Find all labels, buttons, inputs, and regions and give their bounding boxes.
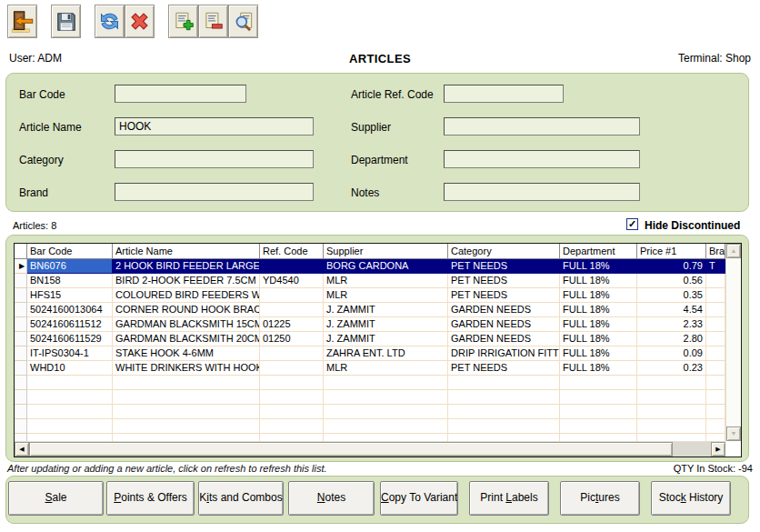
action-button-kits-and-combos[interactable]: Kits and Combos (198, 481, 284, 516)
table-cell[interactable]: FULL 18% (560, 317, 637, 332)
table-cell[interactable]: MLR (324, 361, 448, 376)
table-cell[interactable]: GARDEN NEEDS (448, 332, 560, 346)
table-cell[interactable] (260, 259, 324, 274)
refresh-button[interactable] (95, 5, 125, 38)
table-cell[interactable] (706, 332, 725, 346)
table-cell[interactable]: 01225 (260, 317, 324, 332)
supplier-input[interactable] (444, 117, 640, 136)
table-row[interactable]: IT-IPS0304-1STAKE HOOK 4-6MMZAHRA ENT. L… (15, 346, 725, 361)
table-row[interactable]: 5024160611529GARDMAN BLACKSMITH 20CM H01… (15, 332, 725, 346)
column-header[interactable]: Department (560, 244, 637, 259)
table-cell[interactable]: MLR (324, 288, 448, 303)
table-cell[interactable]: 5024160013064 (27, 303, 113, 317)
table-cell[interactable]: YD4540 (260, 274, 324, 288)
table-cell[interactable]: 0.56 (637, 274, 706, 288)
save-button[interactable] (51, 5, 81, 38)
horizontal-scrollbar[interactable]: ◀ ▶ (15, 441, 725, 457)
table-cell[interactable]: 0.23 (637, 361, 706, 376)
table-cell[interactable]: T (706, 259, 725, 274)
article-name-input[interactable] (115, 117, 314, 136)
column-header[interactable]: Brand (706, 244, 725, 259)
table-cell[interactable]: STAKE HOOK 4-6MM (113, 346, 260, 361)
search-articles-button[interactable] (228, 5, 258, 38)
table-cell[interactable]: 0.09 (637, 346, 706, 361)
column-header[interactable]: Bar Code (27, 244, 113, 259)
row-selector-cell[interactable] (15, 317, 27, 332)
table-cell[interactable]: BORG CARDONA (324, 259, 448, 274)
vertical-scrollbar[interactable]: ▲ ▼ (725, 244, 741, 441)
column-header[interactable]: Category (448, 244, 560, 259)
table-cell[interactable]: WHITE DRINKERS WITH HOOK (113, 361, 260, 376)
brand-input[interactable] (115, 183, 314, 201)
table-cell[interactable]: GARDMAN BLACKSMITH 20CM H (113, 332, 260, 346)
scroll-right-icon[interactable]: ▶ (711, 442, 725, 457)
table-cell[interactable]: IT-IPS0304-1 (27, 346, 113, 361)
table-cell[interactable]: FULL 18% (560, 259, 637, 274)
table-row[interactable]: 5024160013064CORNER ROUND HOOK BRACKEJ. … (15, 303, 725, 317)
table-cell[interactable]: COLOURED BIRD FEEDERS W/HO (113, 288, 260, 303)
table-cell[interactable]: GARDMAN BLACKSMITH 15CM H (113, 317, 260, 332)
table-cell[interactable] (260, 346, 324, 361)
horizontal-scroll-thumb[interactable] (29, 442, 673, 457)
table-cell[interactable]: BN158 (27, 274, 113, 288)
table-cell[interactable]: WHD10 (27, 361, 113, 376)
table-cell[interactable]: DRIP IRRIGATION FITTING (448, 346, 560, 361)
article-ref-code-input[interactable] (444, 85, 564, 103)
notes-input[interactable] (444, 183, 640, 201)
action-button-notes[interactable]: Notes (288, 481, 375, 516)
row-selector-cell[interactable] (15, 332, 27, 346)
table-cell[interactable] (706, 317, 725, 332)
barcode-input[interactable] (115, 85, 246, 103)
table-cell[interactable]: 2.33 (637, 317, 706, 332)
table-cell[interactable]: MLR (324, 274, 448, 288)
table-row[interactable]: ▶BN60762 HOOK BIRD FEEDER LARGEBORG CARD… (15, 259, 725, 274)
table-cell[interactable]: GARDEN NEEDS (448, 317, 560, 332)
table-cell[interactable]: PET NEEDS (448, 259, 560, 274)
table-cell[interactable]: CORNER ROUND HOOK BRACKE (113, 303, 260, 317)
table-cell[interactable]: BIRD 2-HOOK FEEDER 7.5CM (113, 274, 260, 288)
exit-button[interactable] (7, 5, 37, 38)
action-button-sale[interactable]: Sale (8, 481, 104, 516)
table-cell[interactable] (706, 274, 725, 288)
table-cell[interactable]: 0.35 (637, 288, 706, 303)
scroll-down-icon[interactable]: ▼ (726, 427, 741, 441)
hide-discontinued-checkbox[interactable]: ✓ (626, 218, 638, 230)
table-cell[interactable]: FULL 18% (560, 274, 637, 288)
table-cell[interactable]: 2 HOOK BIRD FEEDER LARGE (113, 259, 260, 274)
column-header[interactable]: Article Name (113, 244, 260, 259)
table-cell[interactable] (260, 303, 324, 317)
action-button-stock-history[interactable]: Stock History (651, 481, 731, 516)
action-button-points-offers[interactable]: Points & Offers (106, 481, 195, 516)
column-header[interactable]: Ref. Code (260, 244, 324, 259)
table-row[interactable]: 5024160611512GARDMAN BLACKSMITH 15CM H01… (15, 317, 725, 332)
row-selector-cell[interactable] (15, 434, 27, 441)
table-cell[interactable]: FULL 18% (560, 303, 637, 317)
action-button-copy-to-variant[interactable]: Copy To Variant (380, 481, 458, 516)
table-cell[interactable]: 5024160611512 (27, 317, 113, 332)
row-selector-cell[interactable] (15, 303, 27, 317)
table-cell[interactable]: J. ZAMMIT (324, 317, 448, 332)
table-cell[interactable]: 01250 (260, 332, 324, 346)
table-cell[interactable]: BN6076 (27, 259, 113, 274)
table-cell[interactable]: ZAHRA ENT. LTD (324, 346, 448, 361)
delete-button[interactable] (125, 5, 155, 38)
action-button-pictures[interactable]: Pictures (560, 481, 640, 516)
add-article-button[interactable] (168, 5, 198, 38)
table-cell[interactable]: 0.79 (637, 259, 706, 274)
table-cell[interactable]: J. ZAMMIT (324, 332, 448, 346)
table-cell[interactable] (706, 288, 725, 303)
table-cell[interactable]: 2.80 (637, 332, 706, 346)
table-cell[interactable]: 4.54 (637, 303, 706, 317)
row-selector-cell[interactable] (15, 346, 27, 361)
table-cell[interactable]: 5024160611529 (27, 332, 113, 346)
action-button-print-labels[interactable]: Print Labels (469, 481, 549, 516)
department-input[interactable] (444, 150, 640, 168)
scroll-up-icon[interactable]: ▲ (726, 244, 741, 258)
table-cell[interactable] (260, 288, 324, 303)
table-cell[interactable]: FULL 18% (560, 332, 637, 346)
row-selector-cell[interactable] (15, 361, 27, 376)
table-row[interactable]: WHD10WHITE DRINKERS WITH HOOKMLRPET NEED… (15, 361, 725, 376)
table-row[interactable]: HFS15COLOURED BIRD FEEDERS W/HOMLRPET NE… (15, 288, 725, 303)
table-cell[interactable]: PET NEEDS (448, 361, 560, 376)
row-selector-cell[interactable] (15, 376, 27, 390)
